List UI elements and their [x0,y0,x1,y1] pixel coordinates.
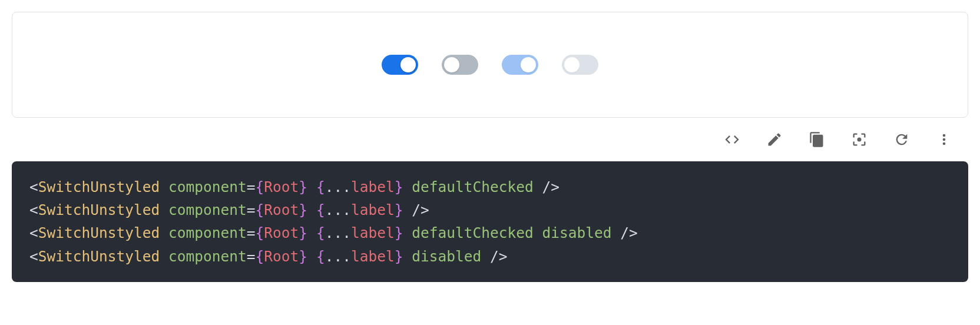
edit-icon[interactable] [766,131,783,148]
switch-default-checked[interactable] [382,55,418,75]
copy-icon[interactable] [808,131,826,148]
switch-thumb [444,57,459,72]
code-block[interactable]: <SwitchUnstyled component={Root} {...lab… [12,161,968,282]
fullscreen-icon[interactable] [850,131,868,148]
code-icon[interactable] [723,131,741,148]
code-content: <SwitchUnstyled component={Root} {...lab… [29,178,638,265]
more-vert-icon[interactable] [935,131,953,148]
refresh-icon[interactable] [893,131,911,148]
switch-disabled-unchecked [562,55,598,75]
switch-thumb [400,57,416,72]
demo-panel [12,12,968,118]
switch-disabled-checked [502,55,538,75]
switch-thumb [521,57,536,72]
switch-thumb [564,57,580,72]
switch-default-unchecked[interactable] [442,55,478,75]
demo-toolbar [12,118,968,161]
